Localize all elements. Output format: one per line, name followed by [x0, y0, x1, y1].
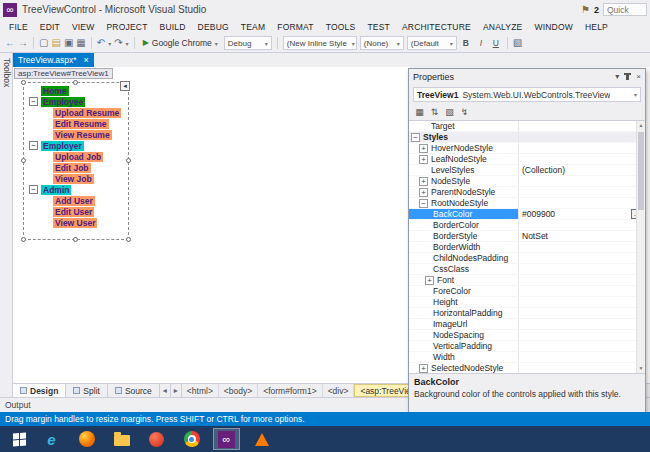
tree-node-home[interactable]: Home: [24, 85, 128, 96]
scrollbar-thumb[interactable]: [638, 132, 644, 210]
tree-node-label[interactable]: Employee: [41, 97, 85, 107]
resize-handle[interactable]: [21, 237, 26, 242]
taskbar-file-explorer-icon[interactable]: [108, 428, 135, 450]
tab-close-icon[interactable]: ×: [84, 56, 89, 65]
toolbox-tab-label[interactable]: Toolbox: [2, 53, 12, 87]
property-row-hovernodestyle[interactable]: + HoverNodeStyle: [409, 143, 645, 154]
inline-style-combo[interactable]: (New Inline Style ▾: [283, 36, 357, 50]
properties-header[interactable]: Properties ▾ ×: [409, 69, 645, 84]
tree-node-label[interactable]: Edit Resume: [53, 119, 109, 129]
property-row-bordercolor[interactable]: BorderColor: [409, 220, 645, 231]
redo-dropdown-icon[interactable]: ▾: [126, 40, 129, 47]
menu-file[interactable]: FILE: [3, 22, 34, 32]
scroll-up-icon[interactable]: ▲: [637, 121, 645, 130]
menu-debug[interactable]: DEBUG: [192, 22, 235, 32]
property-row-nodespacing[interactable]: NodeSpacing: [409, 330, 645, 341]
tab-split[interactable]: Split: [66, 384, 108, 397]
undo-icon[interactable]: ↶: [97, 38, 105, 48]
tree-node-label[interactable]: View Job: [53, 174, 94, 184]
collapse-icon[interactable]: −: [419, 199, 428, 208]
property-row-cssclass[interactable]: CssClass: [409, 264, 645, 275]
tree-node-label[interactable]: View User: [53, 218, 97, 228]
tree-node-edit-resume[interactable]: Edit Resume: [24, 118, 128, 129]
resize-handle[interactable]: [126, 237, 131, 242]
quick-launch-input[interactable]: [603, 3, 647, 16]
expand-icon[interactable]: +: [419, 188, 428, 197]
taskbar-vlc-icon[interactable]: [248, 428, 275, 450]
taskbar-chrome-icon[interactable]: [178, 428, 205, 450]
menu-project[interactable]: PROJECT: [100, 22, 153, 32]
tree-node-edit-user[interactable]: Edit User: [24, 206, 128, 217]
new-file-icon[interactable]: ▢: [39, 38, 48, 48]
tree-node-upload-resume[interactable]: Upload Resume: [24, 107, 128, 118]
toolbar-extra-icon[interactable]: ▧: [513, 38, 522, 48]
property-value[interactable]: (Collection): [522, 165, 565, 175]
pin-icon[interactable]: [626, 73, 629, 80]
property-row-childnodespadding[interactable]: ChildNodesPadding: [409, 253, 645, 264]
tree-node-view-user[interactable]: View User: [24, 217, 128, 228]
navigate-forward-icon[interactable]: →: [18, 38, 28, 48]
notifications-flag-icon[interactable]: ⚑: [581, 4, 590, 15]
property-row-levelstyles[interactable]: LevelStyles (Collection): [409, 165, 645, 176]
toolbox-strip[interactable]: Toolbox: [0, 53, 13, 397]
property-row-nodestyle[interactable]: + NodeStyle: [409, 176, 645, 187]
property-row-rootnodestyle[interactable]: − RootNodeStyle: [409, 198, 645, 209]
resize-handle[interactable]: [21, 80, 26, 85]
tag-form[interactable]: <form#form1>: [258, 384, 322, 397]
events-button[interactable]: ↯: [458, 106, 471, 119]
property-row-borderwidth[interactable]: BorderWidth: [409, 242, 645, 253]
property-row-backcolor[interactable]: BackColor #009900 …: [409, 209, 645, 220]
resize-handle[interactable]: [126, 158, 131, 163]
object-selector-combo[interactable]: TreeView1 System.Web.UI.WebControls.Tree…: [413, 87, 641, 102]
expand-icon[interactable]: +: [419, 364, 428, 373]
tree-node-label[interactable]: Edit User: [53, 207, 94, 217]
tree-node-label[interactable]: Add User: [53, 196, 95, 206]
property-row-selectednodestyle[interactable]: + SelectedNodeStyle: [409, 363, 645, 373]
menu-build[interactable]: BUILD: [154, 22, 192, 32]
undo-dropdown-icon[interactable]: ▾: [108, 40, 111, 47]
expand-icon[interactable]: +: [419, 155, 428, 164]
property-value[interactable]: NotSet: [522, 231, 548, 241]
property-row-font[interactable]: + Font: [409, 275, 645, 286]
tree-node-edit-job[interactable]: Edit Job: [24, 162, 128, 173]
target-rule-combo[interactable]: (None) ▾: [360, 36, 404, 50]
window-menu-caret-icon[interactable]: ▾: [615, 73, 619, 81]
properties-scrollbar[interactable]: ▲ ▼: [636, 121, 645, 373]
tree-node-label[interactable]: Home: [41, 86, 69, 96]
menu-view[interactable]: VIEW: [66, 22, 101, 32]
expand-icon[interactable]: +: [419, 144, 428, 153]
close-icon[interactable]: ×: [636, 73, 641, 81]
collapse-icon[interactable]: −: [29, 97, 38, 106]
tree-node-view-job[interactable]: View Job: [24, 173, 128, 184]
selected-tag-chip[interactable]: asp:TreeView#TreeView1: [14, 68, 113, 79]
tree-node-label[interactable]: Admin: [41, 185, 71, 195]
tree-node-employer[interactable]: − Employer: [24, 140, 128, 151]
start-button[interactable]: [0, 426, 38, 452]
taskbar-browser-icon[interactable]: [143, 428, 170, 450]
menu-architecture[interactable]: ARCHITECTURE: [396, 22, 477, 32]
tree-node-label[interactable]: Upload Resume: [53, 108, 121, 118]
category-row-styles[interactable]: − Styles: [409, 132, 645, 143]
configuration-combo[interactable]: Debug ▾: [224, 36, 272, 50]
tree-node-admin[interactable]: − Admin: [24, 184, 128, 195]
property-row-target[interactable]: Target: [409, 121, 645, 132]
tree-node-view-resume[interactable]: View Resume: [24, 129, 128, 140]
property-row-forecolor[interactable]: ForeColor: [409, 286, 645, 297]
menu-team[interactable]: TEAM: [235, 22, 271, 32]
tag-html[interactable]: <html>: [182, 384, 219, 397]
navigate-back-icon[interactable]: ←: [5, 38, 15, 48]
tree-node-label[interactable]: Edit Job: [53, 163, 91, 173]
tree-node-label[interactable]: Employer: [41, 141, 84, 151]
collapse-icon[interactable]: −: [411, 133, 420, 142]
collapse-icon[interactable]: −: [29, 141, 38, 150]
property-row-borderstyle[interactable]: BorderStyle NotSet: [409, 231, 645, 242]
menu-window[interactable]: WINDOW: [528, 22, 579, 32]
property-row-width[interactable]: Width: [409, 352, 645, 363]
tag-nav-forward-button[interactable]: ▸: [171, 384, 182, 397]
property-value[interactable]: #009900: [522, 209, 555, 219]
tab-source[interactable]: Source: [108, 384, 160, 397]
save-icon[interactable]: ▣: [64, 38, 73, 48]
tree-node-upload-job[interactable]: Upload Job: [24, 151, 128, 162]
menu-edit[interactable]: EDIT: [34, 22, 66, 32]
treeview-control[interactable]: ◂ Home − Employee Upload Resume Edit Res…: [23, 82, 129, 240]
